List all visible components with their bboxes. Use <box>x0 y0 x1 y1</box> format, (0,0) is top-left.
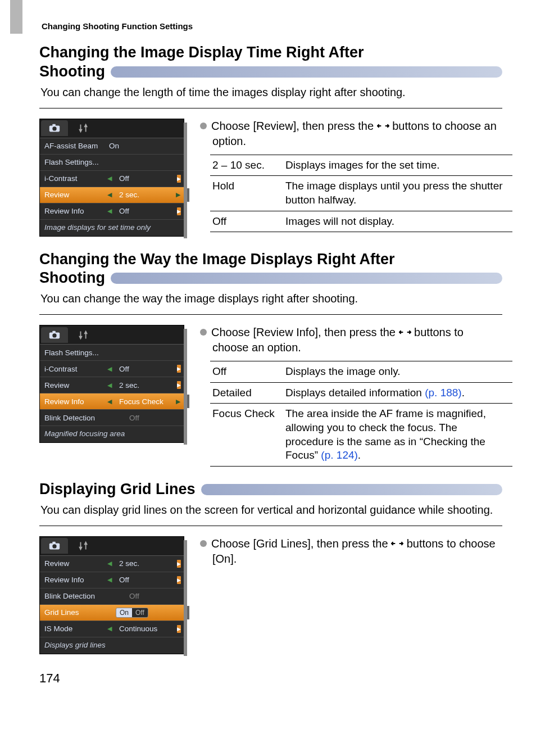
option-key: Hold <box>210 176 283 211</box>
table-row: Off Displays the image only. <box>210 361 512 383</box>
arrow-left-icon: ◀ <box>107 398 112 405</box>
table-row: Hold The image displays until you press … <box>210 176 512 211</box>
menu-value: On Off <box>109 608 179 618</box>
bullet-icon <box>200 540 207 547</box>
menu-value: Focus Check <box>109 397 179 406</box>
left-right-arrows-icon <box>399 327 411 337</box>
option-value: Images will not display. <box>283 211 512 232</box>
menu-value: Off <box>109 576 179 584</box>
lcd-tabbar <box>40 325 184 345</box>
menu-label: Review <box>44 191 109 199</box>
segment-off: Off <box>132 608 148 617</box>
menu-label: AF-assist Beam <box>44 142 109 150</box>
menu-value: Continuous <box>109 624 179 633</box>
tools-tab-icon <box>70 538 97 554</box>
heading-bar <box>201 484 502 495</box>
breadcrumb: Changing Shooting Function Settings <box>42 21 502 31</box>
tools-tab-icon <box>70 120 97 136</box>
divider <box>39 108 502 108</box>
option-value: The image displays until you press the s… <box>283 176 512 211</box>
arrow-right-icon: ▶ <box>177 175 181 183</box>
menu-value: Off <box>109 174 179 183</box>
lcd-footer: Displays grid lines <box>40 637 184 654</box>
arrow-left-icon: ◀ <box>107 365 112 373</box>
section1-instruction: Choose [Review], then press the buttons … <box>200 119 502 149</box>
menu-label: Review Info <box>44 207 109 215</box>
option-value: Displays images for the set time. <box>283 155 512 176</box>
option-value: Displays detailed information (p. 188). <box>283 382 512 404</box>
svg-point-2 <box>52 126 56 130</box>
menu-label: Review <box>44 559 109 568</box>
lcd-tabbar <box>40 537 184 556</box>
section1-title-line2: Shooting <box>39 62 105 82</box>
arrow-left-icon: ◀ <box>107 191 112 198</box>
segment-on: On <box>116 608 132 617</box>
page-link[interactable]: (p. 188) <box>425 387 461 399</box>
bullet-icon <box>200 123 207 129</box>
menu-label: Flash Settings... <box>44 158 109 166</box>
section3-title-text: Displaying Grid Lines <box>39 480 196 499</box>
lcd-footer: Image displays for set time only <box>40 220 184 236</box>
menu-value: Off <box>109 207 179 215</box>
section2-instruction: Choose [Review Info], then press the but… <box>200 325 502 355</box>
menu-label: Review Info <box>44 397 109 406</box>
menu-value: 2 sec. <box>109 191 179 199</box>
option-key: Off <box>210 211 283 232</box>
arrow-right-icon: ▶ <box>177 381 181 389</box>
arrow-left-icon: ◀ <box>107 560 112 567</box>
lcd-screenshot-3: Review ◀ 2 sec. ▶ Review Info ◀ Off ▶ Bl… <box>39 536 184 654</box>
menu-value: Off <box>109 365 179 373</box>
menu-i-contrast: i-Contrast ◀ Off ▶ <box>40 361 184 377</box>
camera-tab-icon <box>41 327 68 343</box>
arrow-right-icon: ▶ <box>177 625 181 633</box>
svg-rect-4 <box>52 331 56 333</box>
arrow-right-icon: ▶ <box>176 191 180 198</box>
lcd-chip <box>187 606 189 619</box>
page-link[interactable]: (p. 124) <box>321 449 357 461</box>
menu-is-mode: IS Mode ◀ Continuous ▶ <box>40 621 184 637</box>
section3-instruction: Choose [Grid Lines], then press the butt… <box>200 536 502 567</box>
instruction-text: Choose [Review], then press the <box>211 120 377 132</box>
tools-tab-icon <box>70 327 97 343</box>
lcd-shadow <box>184 123 187 238</box>
option-value: Displays the image only. <box>283 361 512 383</box>
arrow-right-icon: ▶ <box>177 365 181 373</box>
on-off-segment: On Off <box>116 608 148 618</box>
menu-label: IS Mode <box>44 624 109 633</box>
section3-title: Displaying Grid Lines <box>39 480 502 499</box>
menu-review: Review ◀ 2 sec. ▶ <box>40 187 184 203</box>
option-value: The area inside the AF frame is magnifie… <box>283 404 512 467</box>
table-row: Off Images will not display. <box>210 211 512 232</box>
option-text: The area inside the AF frame is magnifie… <box>285 408 486 461</box>
menu-review-info: Review Info ◀ Focus Check ▶ <box>40 393 184 410</box>
menu-label: Review Info <box>44 576 109 584</box>
menu-blink-detection: Blink Detection Off <box>40 410 184 426</box>
camera-tab-icon <box>41 538 68 554</box>
divider <box>39 526 502 526</box>
page-number: 174 <box>39 671 502 686</box>
table-row: 2 – 10 sec. Displays images for the set … <box>210 155 512 176</box>
section1-title-line1: Changing the Image Display Time Right Af… <box>39 43 502 62</box>
lcd-footer: Magnified focusing area <box>40 426 184 442</box>
lcd-screenshot-1: AF-assist Beam On Flash Settings... i-Co… <box>39 119 184 237</box>
menu-value: On <box>109 142 179 150</box>
section2-title: Changing the Way the Image Displays Righ… <box>39 250 502 288</box>
section2-title-line2: Shooting <box>39 269 105 288</box>
lcd-chip <box>187 395 189 408</box>
table-row: Detailed Displays detailed information (… <box>210 382 512 404</box>
left-right-arrows-icon <box>377 121 389 131</box>
left-right-arrows-icon <box>391 538 403 549</box>
menu-review: Review ◀ 2 sec. ▶ <box>40 556 184 572</box>
lcd-shadow <box>184 540 187 656</box>
menu-blink-detection: Blink Detection Off <box>40 588 184 605</box>
menu-af-assist-beam: AF-assist Beam On <box>40 138 184 155</box>
bullet-icon <box>200 329 207 336</box>
option-key: Focus Check <box>210 404 283 467</box>
arrow-left-icon: ◀ <box>107 207 112 215</box>
menu-label: Review <box>44 381 109 390</box>
arrow-right-icon: ▶ <box>177 207 181 215</box>
arrow-right-icon: ▶ <box>177 576 181 584</box>
arrow-left-icon: ◀ <box>107 175 112 182</box>
lcd-shadow <box>184 329 187 445</box>
divider <box>39 314 502 315</box>
